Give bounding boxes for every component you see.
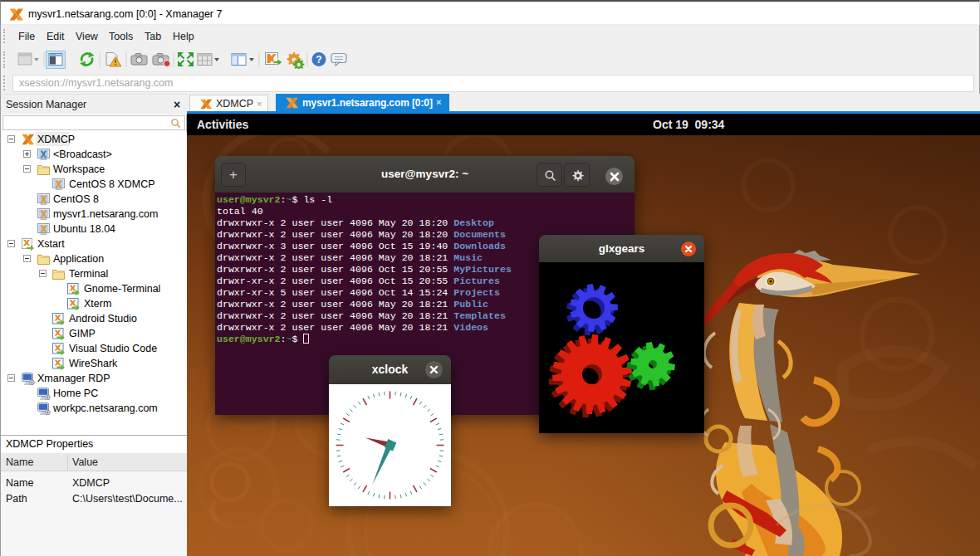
svg-text:?: ? <box>316 54 321 66</box>
